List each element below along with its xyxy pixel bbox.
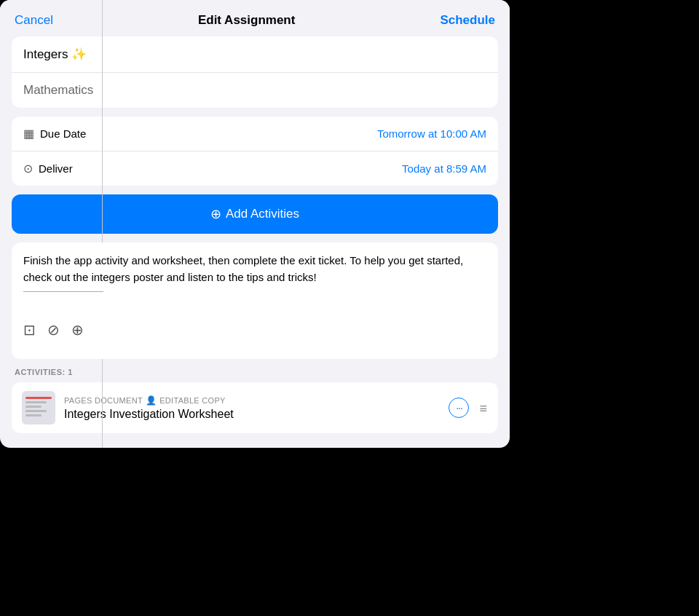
modal: Cancel Edit Assignment Schedule Integers… (0, 0, 510, 448)
clock-icon: ⊙ (23, 162, 33, 175)
deliver-label-group: ⊙ Deliver (23, 162, 73, 175)
activity-item: PAGES DOCUMENT 👤 EDITABLE COPY Integers … (12, 382, 498, 433)
assignment-title-field[interactable]: Integers ✨ (12, 36, 498, 73)
activities-section: ACTIVITIES: 1 PAGES DOCUMENT 👤 EDITABLE … (12, 368, 498, 433)
header: Cancel Edit Assignment Schedule (0, 0, 510, 36)
thumbnail-preview (25, 397, 52, 419)
activity-type: PAGES DOCUMENT (64, 396, 143, 405)
notes-toolbar: ⊡ ⊘ ⊕ (23, 321, 486, 339)
title-card: Integers ✨ Mathematics (12, 36, 498, 108)
thumb-line-2 (25, 401, 47, 403)
page-title: Edit Assignment (198, 13, 296, 28)
activity-actions: ··· ≡ (449, 397, 488, 419)
add-activities-label: Add Activities (226, 207, 299, 221)
due-date-label: Due Date (40, 127, 86, 140)
due-date-label-group: ▦ Due Date (23, 127, 86, 141)
deliver-value: Today at 8:59 AM (402, 162, 486, 175)
bottom-padding (0, 433, 510, 448)
plus-icon: ⊕ (210, 206, 221, 222)
reorder-icon: ≡ (479, 401, 486, 416)
cancel-button[interactable]: Cancel (15, 13, 53, 28)
assignment-subject-field[interactable]: Mathematics (12, 73, 498, 108)
activity-reorder-button[interactable]: ≡ (478, 397, 488, 419)
attach-icon[interactable]: ⊕ (71, 321, 84, 339)
assignment-subject: Mathematics (23, 83, 93, 97)
due-date-value: Tomorrow at 10:00 AM (377, 127, 486, 140)
notes-text: Finish the app activity and worksheet, t… (23, 253, 486, 285)
deliver-label: Deliver (39, 162, 73, 175)
due-date-row[interactable]: ▦ Due Date Tomorrow at 10:00 AM (12, 117, 498, 151)
person-icon: 👤 (146, 395, 157, 406)
thumb-line-5 (25, 414, 42, 416)
ellipsis-icon: ··· (456, 402, 462, 414)
add-activities-button[interactable]: ⊕ Add Activities (12, 194, 498, 234)
deliver-row[interactable]: ⊙ Deliver Today at 8:59 AM (12, 151, 498, 186)
activity-name: Integers Investigation Worksheet (64, 408, 440, 421)
assignment-title: Integers ✨ (23, 47, 87, 61)
notes-card[interactable]: Finish the app activity and worksheet, t… (12, 242, 498, 359)
calendar-icon: ▦ (23, 127, 34, 141)
thumb-line-1 (25, 397, 52, 399)
notes-underline (23, 291, 103, 292)
activity-options-button[interactable]: ··· (449, 398, 469, 418)
schedule-button[interactable]: Schedule (440, 13, 495, 28)
markup-icon[interactable]: ⊘ (47, 321, 60, 339)
thumb-line-4 (25, 410, 47, 412)
activity-info: PAGES DOCUMENT 👤 EDITABLE COPY Integers … (64, 395, 440, 421)
activity-copy-label: EDITABLE COPY (159, 396, 226, 405)
activity-meta: PAGES DOCUMENT 👤 EDITABLE COPY (64, 395, 440, 406)
thumb-line-3 (25, 406, 42, 408)
image-insert-icon[interactable]: ⊡ (23, 321, 36, 339)
date-card: ▦ Due Date Tomorrow at 10:00 AM ⊙ Delive… (12, 117, 498, 186)
activities-label: ACTIVITIES: 1 (12, 368, 498, 376)
activity-thumbnail (22, 391, 55, 425)
